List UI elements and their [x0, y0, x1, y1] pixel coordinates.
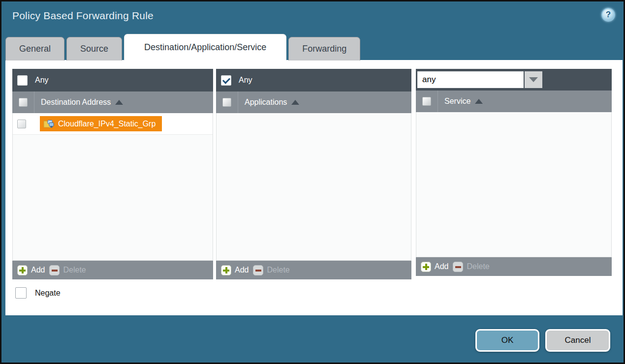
tab-source[interactable]: Source	[66, 37, 122, 61]
sort-ascending-icon[interactable]	[475, 99, 483, 104]
dialog-title: Policy Based Forwarding Rule	[12, 10, 154, 22]
chevron-down-icon	[529, 77, 538, 82]
service-header-label: Service	[444, 97, 470, 106]
destination-any-label: Any	[35, 76, 49, 85]
applications-column-header[interactable]: Applications	[238, 91, 411, 113]
tab-forwarding[interactable]: Forwarding	[288, 37, 360, 61]
destination-any-checkbox[interactable]	[17, 75, 28, 86]
selected-address-group-badge[interactable]: Cloudflare_IPv4_Static_Grp	[40, 116, 162, 131]
delete-icon	[453, 262, 463, 272]
cancel-button[interactable]: Cancel	[545, 329, 610, 352]
tab-bar: General Source Destination/Application/S…	[5, 34, 360, 61]
ok-button[interactable]: OK	[475, 329, 539, 352]
negate-checkbox[interactable]	[15, 287, 27, 299]
policy-based-forwarding-dialog: Policy Based Forwarding Rule ? General S…	[0, 0, 625, 364]
destination-address-row[interactable]: Cloudflare_IPv4_Static_Grp	[13, 113, 213, 135]
delete-icon	[253, 265, 263, 275]
add-icon	[421, 262, 431, 272]
applications-select-all-checkbox[interactable]	[222, 98, 231, 107]
destination-header-label: Destination Address	[41, 98, 111, 107]
negate-row: Negate	[15, 287, 61, 299]
applications-column: Any Applications Add Delete	[216, 69, 411, 279]
sort-ascending-icon[interactable]	[115, 100, 123, 105]
service-dropdown-row	[416, 69, 612, 91]
destination-column-header[interactable]: Destination Address	[34, 91, 213, 113]
destination-address-list: Cloudflare_IPv4_Static_Grp	[12, 113, 213, 261]
service-dropdown-input[interactable]	[417, 71, 524, 88]
service-select-all-checkbox[interactable]	[422, 97, 431, 106]
tab-general[interactable]: General	[5, 37, 64, 61]
applications-any-label: Any	[239, 76, 252, 85]
service-dropdown-button[interactable]	[525, 71, 542, 88]
sort-ascending-icon[interactable]	[291, 100, 299, 105]
service-footer-bar: Add Delete	[416, 257, 612, 276]
service-header-row: Service	[416, 91, 612, 112]
tab-content-panel: Any Destination Address	[5, 60, 623, 315]
address-group-icon	[43, 119, 54, 128]
delete-icon	[49, 265, 60, 275]
service-list	[416, 112, 612, 257]
applications-header-label: Applications	[245, 98, 287, 107]
destination-select-all-checkbox[interactable]	[19, 98, 28, 107]
applications-any-checkbox[interactable]	[221, 75, 231, 86]
destination-address-column: Any Destination Address	[12, 69, 213, 279]
tab-destination-application-service[interactable]: Destination/Application/Service	[124, 34, 286, 61]
destination-add-button[interactable]: Add	[17, 265, 45, 275]
service-delete-button[interactable]: Delete	[453, 262, 489, 272]
destination-footer-bar: Add Delete	[12, 261, 213, 279]
address-group-name: Cloudflare_IPv4_Static_Grp	[58, 120, 156, 128]
destination-delete-button[interactable]: Delete	[49, 265, 86, 275]
applications-list	[216, 113, 411, 261]
help-icon[interactable]: ?	[601, 8, 615, 22]
applications-add-button[interactable]: Add	[221, 265, 249, 275]
destination-header-row: Destination Address	[12, 91, 213, 113]
service-column-header[interactable]: Service	[438, 91, 612, 112]
add-icon	[17, 265, 28, 275]
applications-delete-button[interactable]: Delete	[253, 265, 289, 275]
service-add-button[interactable]: Add	[421, 262, 448, 272]
destination-row-checkbox[interactable]	[17, 120, 26, 128]
negate-label: Negate	[35, 289, 61, 298]
service-column: Service Add Delete	[416, 69, 612, 276]
destination-any-row: Any	[12, 69, 213, 91]
applications-header-row: Applications	[216, 91, 411, 113]
add-icon	[221, 265, 231, 275]
applications-any-row: Any	[216, 69, 411, 91]
applications-footer-bar: Add Delete	[216, 261, 411, 279]
